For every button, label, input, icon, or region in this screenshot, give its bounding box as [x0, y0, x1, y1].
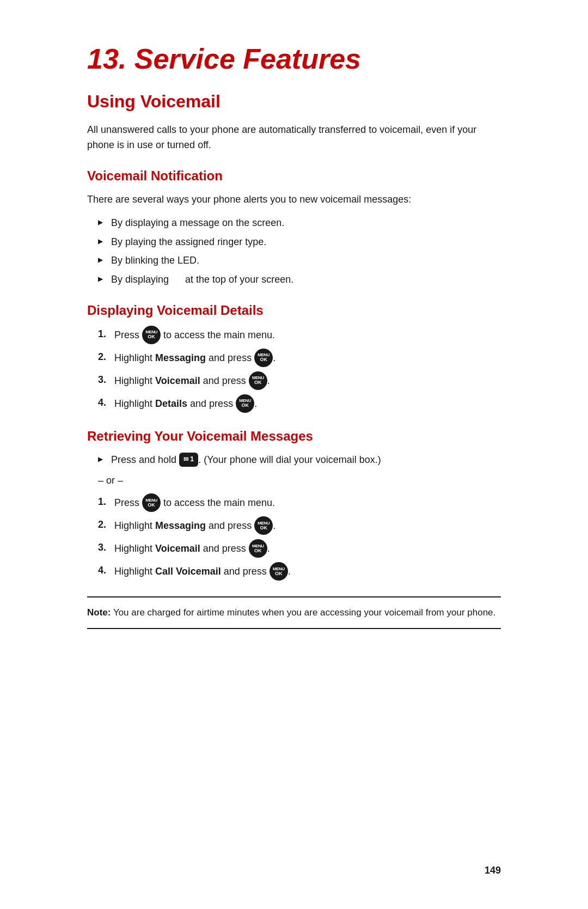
retrieving-messages-title: Retrieving Your Voicemail Messages	[87, 429, 501, 444]
notification-description: There are several ways your phone alerts…	[87, 192, 501, 208]
bullet-item: By displaying a message on the screen.	[98, 215, 501, 231]
notification-bullets: By displaying a message on the screen. B…	[98, 215, 501, 288]
displaying-details-title: Displaying Voicemail Details	[87, 303, 501, 319]
step-item: 2. Highlight Messaging and press MENUOK.	[98, 349, 501, 368]
retrieving-steps: 1. Press MENUOK to access the main menu.…	[98, 494, 501, 581]
menu-ok-button-icon: MENUOK	[249, 539, 267, 558]
voicemail-notification-title: Voicemail Notification	[87, 168, 501, 184]
chapter-title: 13. Service Features	[87, 44, 501, 75]
menu-ok-button-icon: MENUOK	[249, 371, 267, 390]
menu-ok-button-icon: MENUOK	[270, 562, 288, 581]
menu-ok-button-icon: MENUOK	[254, 516, 273, 535]
step-item: 1. Press MENUOK to access the main menu.	[98, 326, 501, 345]
step-item: 1. Press MENUOK to access the main menu.	[98, 494, 501, 513]
menu-ok-button-icon: MENUOK	[236, 394, 254, 413]
displaying-details-steps: 1. Press MENUOK to access the main menu.…	[98, 326, 501, 413]
bullet-item: By displaying at the top of your screen.	[98, 272, 501, 288]
retrieving-bullet: Press and hold ✉1. (Your phone will dial…	[98, 452, 501, 468]
menu-ok-button-icon: MENUOK	[254, 349, 273, 367]
note-box: Note: You are charged for airtime minute…	[87, 596, 501, 629]
or-divider: – or –	[98, 475, 501, 486]
step-item: 3. Highlight Voicemail and press MENUOK.	[98, 372, 501, 391]
bullet-item: By blinking the LED.	[98, 253, 501, 269]
bullet-item: By playing the assigned ringer type.	[98, 234, 501, 250]
step-item: 4. Highlight Details and press MENUOK.	[98, 395, 501, 413]
key-1-button-icon: ✉1	[179, 453, 198, 467]
menu-ok-button-icon: MENUOK	[142, 326, 161, 344]
step-item: 3. Highlight Voicemail and press MENUOK.	[98, 540, 501, 558]
using-voicemail-title: Using Voicemail	[87, 91, 501, 112]
step-item: 2. Highlight Messaging and press MENUOK.	[98, 517, 501, 535]
bullet-item: Press and hold ✉1. (Your phone will dial…	[98, 452, 501, 468]
menu-ok-button-icon: MENUOK	[142, 493, 161, 512]
note-text: You are charged for airtime minutes when…	[113, 607, 495, 618]
note-label: Note:	[87, 607, 111, 618]
step-item: 4. Highlight Call Voicemail and press ME…	[98, 563, 501, 581]
voicemail-intro: All unanswered calls to your phone are a…	[87, 122, 501, 154]
page-number: 149	[485, 865, 501, 876]
